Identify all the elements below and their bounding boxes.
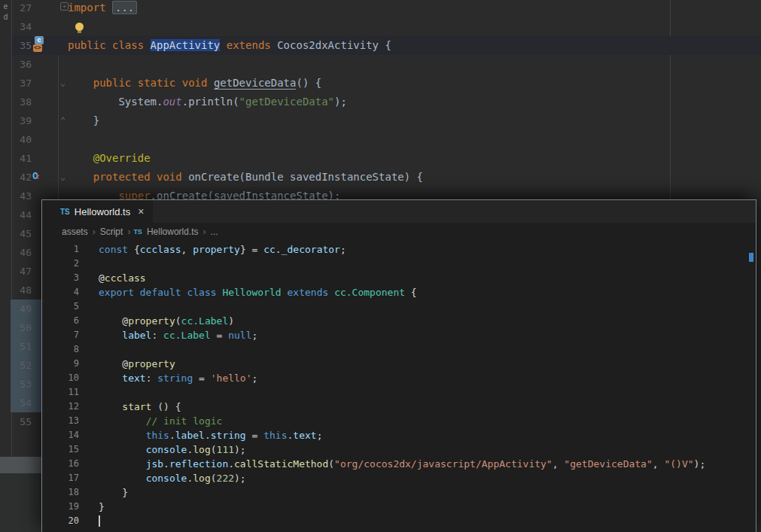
code-line[interactable]: 6 @property(cc.Label) bbox=[42, 314, 748, 328]
fold-collapsed-icon[interactable]: + bbox=[60, 2, 68, 11]
line-number[interactable]: 3 bbox=[42, 271, 79, 285]
fold-end-icon[interactable]: ⌃ bbox=[60, 116, 65, 125]
tab-helloworld[interactable]: TS Helloworld.ts × bbox=[42, 200, 153, 223]
code-line[interactable]: 37 public static void getDeviceData() { bbox=[12, 74, 761, 93]
line-number[interactable]: 43 bbox=[12, 187, 32, 205]
line-number[interactable]: 42 bbox=[12, 168, 32, 187]
code-text[interactable]: jsb.reflection.callStaticMethod("org/coc… bbox=[99, 457, 705, 471]
code-line[interactable]: 40 bbox=[12, 130, 761, 149]
code-line[interactable]: 9 @property bbox=[42, 357, 748, 371]
code-line[interactable]: 10 text: string = 'hello'; bbox=[42, 371, 748, 385]
code-tag-icon[interactable]: <> bbox=[33, 44, 42, 52]
code-line[interactable]: 8 bbox=[42, 342, 748, 357]
line-number[interactable]: 46 bbox=[12, 243, 32, 262]
line-number[interactable]: 41 bbox=[12, 149, 32, 168]
code-text[interactable]: const {ccclass, property} = cc._decorato… bbox=[99, 242, 346, 257]
code-line[interactable]: 27import ... bbox=[12, 0, 761, 17]
code-line[interactable]: 2 bbox=[42, 257, 748, 271]
line-number[interactable]: 9 bbox=[42, 357, 79, 371]
code-line[interactable]: 19} bbox=[42, 500, 748, 514]
code-text[interactable]: public static void getDeviceData() { bbox=[68, 74, 321, 93]
code-text[interactable]: text: string = 'hello'; bbox=[99, 371, 257, 385]
line-number[interactable]: 11 bbox=[42, 385, 79, 400]
code-text[interactable]: export default class Helloworld extends … bbox=[99, 285, 417, 299]
code-text[interactable]: @property(cc.Label) bbox=[99, 314, 234, 328]
code-line[interactable]: 13 // init logic bbox=[42, 414, 748, 428]
code-text[interactable]: @ccclass bbox=[99, 271, 146, 285]
line-number[interactable]: 12 bbox=[42, 400, 79, 414]
code-text[interactable]: System.out.println("getDeviceData"); bbox=[68, 93, 347, 111]
code-text[interactable]: } bbox=[68, 111, 99, 130]
line-number[interactable]: 40 bbox=[12, 130, 32, 149]
code-line[interactable]: 12 start () { bbox=[42, 400, 748, 414]
line-number[interactable]: 51 bbox=[12, 337, 32, 356]
line-number[interactable]: 1 bbox=[42, 242, 79, 257]
code-text[interactable]: label: cc.Label = null; bbox=[99, 328, 257, 342]
line-number[interactable]: 49 bbox=[12, 299, 32, 318]
line-number[interactable]: 37 bbox=[12, 74, 32, 93]
code-line[interactable]: 41 @Override bbox=[12, 149, 761, 168]
code-line[interactable]: 42 protected void onCreate(Bundle savedI… bbox=[12, 168, 761, 187]
code-text[interactable]: console.log(111); bbox=[99, 442, 246, 457]
line-number[interactable]: 35 bbox=[12, 36, 32, 55]
code-line[interactable]: 35public class AppActivity extends Cocos… bbox=[12, 36, 761, 55]
code-text[interactable]: // init logic bbox=[99, 414, 222, 428]
line-number[interactable]: 16 bbox=[42, 457, 79, 471]
code-line[interactable]: 36 bbox=[12, 55, 761, 74]
code-line[interactable]: 18 } bbox=[42, 485, 748, 500]
close-icon[interactable]: × bbox=[138, 205, 144, 217]
class-gutter-icon[interactable]: c bbox=[35, 36, 44, 44]
line-number[interactable]: 48 bbox=[12, 281, 32, 299]
code-text[interactable]: @Override bbox=[68, 149, 151, 168]
code-text[interactable] bbox=[99, 514, 100, 528]
code-line[interactable]: 39 } bbox=[12, 111, 761, 130]
line-number[interactable]: 5 bbox=[42, 299, 79, 314]
override-gutter-icon[interactable]: O↑ bbox=[32, 171, 40, 182]
scrollbar-marker[interactable] bbox=[749, 253, 753, 262]
code-text[interactable]: this.label.string = this.text; bbox=[99, 428, 322, 442]
line-number[interactable]: 55 bbox=[12, 412, 32, 431]
line-number[interactable]: 39 bbox=[12, 111, 32, 130]
line-number[interactable]: 38 bbox=[12, 93, 32, 111]
line-number[interactable]: 52 bbox=[12, 356, 32, 375]
line-number[interactable]: 6 bbox=[42, 314, 79, 328]
code-text[interactable]: } bbox=[99, 485, 128, 500]
code-text[interactable]: console.log(222); bbox=[99, 471, 246, 485]
fold-open-icon[interactable]: ⌄ bbox=[60, 78, 65, 87]
code-line[interactable]: 16 jsb.reflection.callStaticMethod("org/… bbox=[42, 457, 748, 471]
code-line[interactable]: 15 console.log(111); bbox=[42, 442, 748, 457]
code-line[interactable]: 34 bbox=[12, 17, 761, 36]
line-number[interactable]: 2 bbox=[42, 257, 79, 271]
code-line[interactable]: 38 System.out.println("getDeviceData"); bbox=[12, 93, 761, 111]
code-line[interactable]: 5 bbox=[42, 299, 748, 314]
line-number[interactable]: 44 bbox=[12, 205, 32, 224]
breadcrumb-item-assets[interactable]: assets bbox=[62, 226, 88, 237]
code-line[interactable]: 14 this.label.string = this.text; bbox=[42, 428, 748, 442]
code-text[interactable]: protected void onCreate(Bundle savedInst… bbox=[68, 168, 423, 187]
line-number[interactable]: 13 bbox=[42, 414, 79, 428]
code-line[interactable]: 7 label: cc.Label = null; bbox=[42, 328, 748, 342]
line-number[interactable]: 53 bbox=[12, 375, 32, 394]
line-number[interactable]: 27 bbox=[12, 0, 32, 17]
line-number[interactable]: 47 bbox=[12, 262, 32, 281]
code-text[interactable]: @property bbox=[99, 357, 175, 371]
line-number[interactable]: 50 bbox=[12, 318, 32, 337]
code-text[interactable]: public class AppActivity extends Cocos2d… bbox=[68, 36, 391, 55]
line-number[interactable]: 15 bbox=[42, 442, 79, 457]
code-text[interactable]: import ... bbox=[68, 0, 137, 17]
fold-open-icon[interactable]: ⌄ bbox=[60, 172, 65, 181]
breadcrumb-item-script[interactable]: Script bbox=[100, 226, 123, 237]
code-text[interactable]: } bbox=[99, 500, 105, 514]
line-number[interactable]: 45 bbox=[12, 224, 32, 243]
line-number[interactable]: 7 bbox=[42, 328, 79, 342]
line-number[interactable]: 14 bbox=[42, 428, 79, 442]
lightbulb-icon[interactable] bbox=[75, 23, 84, 31]
line-number[interactable]: 19 bbox=[42, 500, 79, 514]
code-line[interactable]: 1const {ccclass, property} = cc._decorat… bbox=[42, 242, 748, 257]
line-number[interactable]: 10 bbox=[42, 371, 79, 385]
line-number[interactable]: 8 bbox=[42, 342, 79, 357]
code-line[interactable]: 17 console.log(222); bbox=[42, 471, 748, 485]
code-text[interactable]: start () { bbox=[99, 400, 181, 414]
breadcrumb-item-file[interactable]: Helloworld.ts bbox=[147, 226, 199, 237]
code-line[interactable]: 4export default class Helloworld extends… bbox=[42, 285, 748, 299]
